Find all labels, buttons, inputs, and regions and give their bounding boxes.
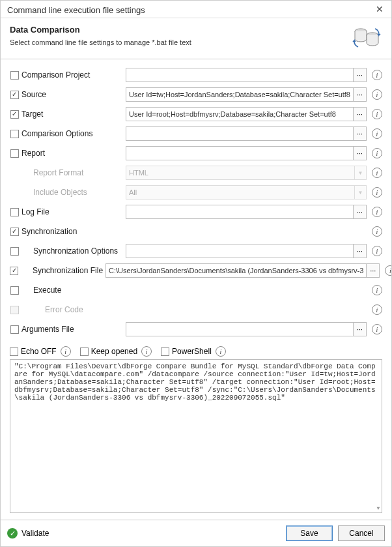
synchronization-label: Synchronization [21, 227, 123, 236]
comparison-options-input[interactable] [126, 126, 354, 141]
info-icon[interactable]: i [372, 207, 382, 217]
command-text: "C:\Program Files\Devart\dbForge Compare… [14, 362, 376, 402]
row-comparison-options: Comparison Options ··· i [10, 125, 382, 143]
info-icon[interactable]: i [372, 324, 382, 334]
comparison-options-checkbox[interactable] [10, 130, 19, 138]
dialog-window: Command line execution file settings ✕ D… [0, 0, 392, 547]
chevron-down-icon[interactable]: ▼ [375, 505, 382, 511]
comparison-project-browse-button[interactable]: ··· [354, 68, 367, 82]
row-log-file: Log File ··· i [10, 203, 382, 221]
echo-off-label: Echo OFF [21, 347, 57, 356]
powershell-checkbox[interactable] [161, 347, 169, 356]
source-label: Source [21, 90, 123, 99]
row-sync-file: Synchronization File C:\Users\JordanSand… [10, 261, 382, 280]
log-file-browse-button[interactable]: ··· [354, 205, 367, 219]
info-icon[interactable]: i [372, 226, 382, 237]
arguments-file-checkbox[interactable] [10, 325, 19, 334]
keep-opened-checkbox[interactable] [80, 347, 89, 356]
log-file-input[interactable] [126, 205, 354, 219]
source-checkbox[interactable] [10, 91, 19, 99]
comparison-options-label: Comparison Options [21, 129, 123, 138]
info-icon[interactable]: i [372, 246, 382, 256]
info-icon[interactable]: i [385, 265, 391, 276]
db-compare-icon [351, 25, 382, 50]
powershell-label: PowerShell [172, 347, 212, 356]
row-sync-options: Synchronization Options ··· i [10, 242, 382, 260]
sync-options-input[interactable] [126, 244, 354, 258]
info-icon[interactable]: i [61, 346, 71, 357]
include-objects-label: Include Objects [21, 188, 123, 197]
info-icon[interactable]: i [372, 89, 382, 100]
arguments-file-label: Arguments File [21, 325, 123, 334]
source-browse-button[interactable]: ··· [354, 87, 367, 102]
close-icon[interactable]: ✕ [374, 5, 385, 15]
sync-file-label: Synchronization File [21, 266, 103, 275]
validate-button[interactable]: ✓ Validate [7, 528, 49, 539]
row-source: Source User Id=tw;Host=JordanSanders;Dat… [10, 85, 382, 104]
comparison-project-checkbox[interactable] [10, 71, 19, 80]
row-target: Target User Id=root;Host=dbfmysrv;Databa… [10, 105, 382, 123]
body: Comparison Project ··· i Source User Id=… [1, 66, 391, 520]
keep-opened-label: Keep opened [91, 347, 137, 356]
info-icon[interactable]: i [141, 346, 152, 357]
header: Data Comparison Select command line file… [1, 18, 391, 56]
error-code-checkbox [10, 306, 19, 314]
execute-label: Execute [21, 286, 123, 295]
titlebar: Command line execution file settings ✕ [1, 1, 391, 18]
check-circle-icon: ✓ [7, 528, 18, 539]
row-report-format: Report Format HTML ▼ i [10, 164, 382, 182]
sync-file-browse-button[interactable]: ··· [367, 263, 380, 278]
chevron-down-icon: ▼ [355, 166, 367, 180]
sync-options-checkbox[interactable] [10, 247, 19, 256]
row-include-objects: Include Objects All ▼ i [10, 183, 382, 201]
target-checkbox[interactable] [10, 110, 19, 119]
report-input[interactable] [126, 146, 354, 160]
row-comparison-project: Comparison Project ··· i [10, 66, 382, 84]
info-icon[interactable]: i [372, 70, 382, 80]
log-file-checkbox[interactable] [10, 208, 19, 216]
chevron-down-icon: ▼ [355, 185, 367, 200]
page-title: Data Comparison [10, 25, 351, 35]
info-icon[interactable]: i [216, 346, 226, 357]
row-synchronization: Synchronization i [10, 222, 382, 241]
include-objects-select: All [126, 185, 355, 200]
save-button[interactable]: Save [286, 525, 333, 541]
sync-options-browse-button[interactable]: ··· [354, 244, 367, 258]
target-browse-button[interactable]: ··· [354, 107, 367, 121]
target-label: Target [21, 110, 123, 119]
source-input[interactable]: User Id=tw;Host=JordanSanders;Database=s… [126, 87, 354, 102]
row-arguments-file: Arguments File ··· i [10, 320, 382, 338]
info-icon[interactable]: i [372, 148, 382, 158]
row-report: Report ··· i [10, 144, 382, 162]
divider [1, 59, 391, 59]
info-icon[interactable]: i [372, 187, 382, 198]
info-icon[interactable]: i [372, 128, 382, 139]
arguments-file-input[interactable] [126, 322, 354, 336]
execute-checkbox[interactable] [10, 286, 19, 295]
row-error-code: Error Code i [10, 301, 382, 319]
info-icon[interactable]: i [372, 304, 382, 315]
target-input[interactable]: User Id=root;Host=dbfmysrv;Database=saki… [126, 107, 354, 121]
comparison-project-label: Comparison Project [21, 70, 123, 80]
report-browse-button[interactable]: ··· [354, 146, 367, 160]
sync-file-input[interactable]: C:\Users\JordanSanders\Documents\sakila … [105, 263, 367, 278]
comparison-project-input[interactable] [126, 68, 354, 82]
sync-options-label: Synchronization Options [21, 246, 123, 256]
cancel-button[interactable]: Cancel [338, 525, 385, 541]
echo-off-checkbox[interactable] [10, 347, 18, 356]
info-icon[interactable]: i [372, 168, 382, 178]
info-icon[interactable]: i [372, 109, 382, 119]
sync-file-checkbox[interactable] [10, 267, 18, 275]
row-execute: Execute i [10, 281, 382, 299]
report-label: Report [21, 149, 123, 158]
options-row: Echo OFF i Keep opened i PowerShell i [10, 346, 382, 357]
error-code-label: Error Code [21, 305, 123, 314]
command-textarea[interactable]: "C:\Program Files\Devart\dbForge Compare… [10, 359, 382, 513]
comparison-options-browse-button[interactable]: ··· [354, 126, 367, 141]
synchronization-checkbox[interactable] [10, 228, 19, 236]
report-format-select: HTML [126, 166, 355, 180]
report-checkbox[interactable] [10, 149, 19, 158]
arguments-file-browse-button[interactable]: ··· [354, 322, 367, 336]
report-format-label: Report Format [21, 168, 123, 177]
info-icon[interactable]: i [372, 285, 382, 295]
